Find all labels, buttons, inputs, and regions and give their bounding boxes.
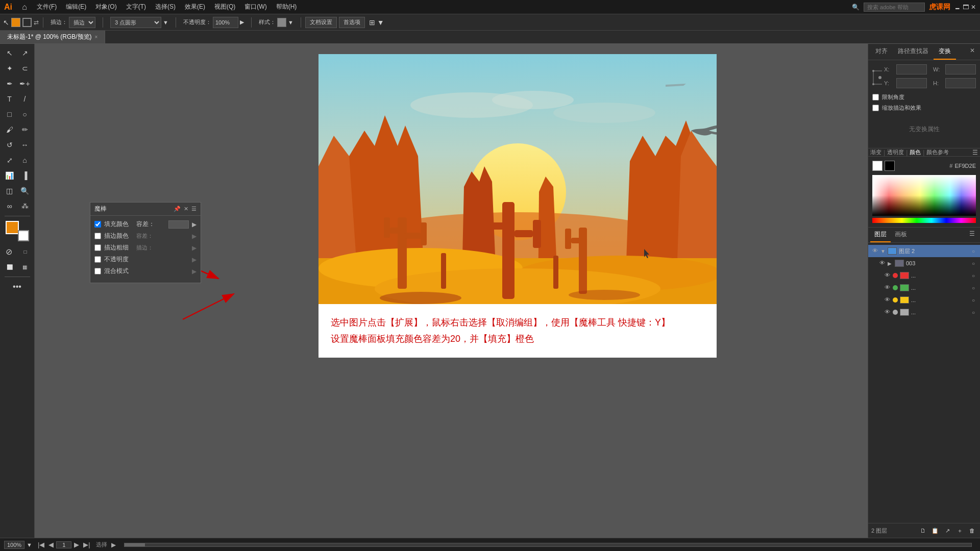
tab-transform[interactable]: 变换 — [934, 44, 956, 60]
canvas-area[interactable]: 魔棒 📌 ✕ ☰ 填充颜色 容差： 20 ▶ — [35, 44, 868, 538]
page-input[interactable] — [56, 541, 71, 548]
layer-eye-icon[interactable]: 👁 — [884, 309, 891, 316]
desert-canvas[interactable] — [318, 54, 717, 304]
color-section-menu-btn[interactable]: ☰ — [972, 149, 978, 156]
black-swatch[interactable] — [885, 161, 895, 171]
rotate-tool[interactable]: ↺ — [3, 138, 17, 152]
tab-close-btn[interactable]: × — [95, 34, 98, 40]
tab-color-ref[interactable]: 颜色参考 — [926, 148, 949, 156]
new-layer-from-selection-btn[interactable]: 🗋 — [918, 525, 928, 536]
layer-vis-btn[interactable]: ○ — [972, 248, 977, 254]
selection-tool[interactable]: ↖ — [3, 46, 17, 60]
layer-vis-btn[interactable]: ○ — [972, 273, 977, 278]
zoom-input[interactable]: 100% — [4, 541, 24, 549]
fill-color-checkbox[interactable] — [94, 221, 101, 228]
panel-close-btn[interactable]: ✕ — [184, 206, 188, 212]
fullscreen-btn[interactable]: ▦ — [18, 260, 32, 274]
style-dropdown-icon[interactable]: ▼ — [288, 19, 293, 26]
brush-tool[interactable]: 🖌 — [3, 122, 17, 137]
minimize-btn[interactable]: 🗕 — [954, 4, 961, 11]
direct-selection-tool[interactable]: ↗ — [18, 46, 32, 60]
layer-vis-btn[interactable]: ○ — [972, 261, 977, 266]
blend-mode-selector[interactable]: 插边： 插边 — [47, 16, 99, 29]
close-btn[interactable]: ✕ — [971, 4, 976, 11]
y-input[interactable] — [896, 78, 927, 88]
right-panel-close-btn[interactable]: ✕ — [967, 44, 978, 60]
opacity-expand[interactable]: ▶ — [192, 256, 197, 263]
white-swatch[interactable] — [872, 161, 883, 171]
stroke-color-swatch[interactable] — [22, 18, 32, 27]
layer-item[interactable]: 👁 ... ○ — [868, 282, 980, 294]
opacity-more-icon[interactable]: ▶ — [240, 19, 244, 26]
horizontal-scrollbar[interactable] — [124, 543, 972, 547]
brush-selector[interactable]: 3 点圆形 ▼ — [107, 16, 172, 29]
arrange-icon[interactable]: ⊞ ▼ — [369, 18, 384, 27]
layer-eye-icon[interactable]: 👁 — [884, 296, 891, 304]
foreground-color[interactable] — [6, 221, 19, 234]
tab-artboards[interactable]: 画板 — [891, 228, 911, 242]
symbol-tool[interactable]: ⁂ — [18, 199, 32, 213]
scrollbar-thumb[interactable] — [125, 543, 145, 546]
doc-settings-btn[interactable]: 文档设置 — [305, 17, 337, 28]
menu-file[interactable]: 文件(F) — [33, 2, 61, 12]
menu-select[interactable]: 选择(S) — [151, 2, 180, 12]
blend-mode-checkbox[interactable] — [94, 268, 101, 274]
magic-wand-tool[interactable]: ✦ — [3, 61, 17, 76]
maximize-btn[interactable]: 🗖 — [963, 4, 969, 11]
menu-view[interactable]: 视图(Q) — [210, 2, 239, 12]
w-input[interactable] — [945, 64, 976, 74]
brush-select[interactable]: 3 点圆形 — [110, 17, 161, 28]
first-option-btn[interactable]: 首选项 — [339, 17, 365, 28]
stroke-tolerance-expand[interactable]: ▶ — [192, 233, 197, 240]
fill-tolerance-input[interactable]: 20 — [168, 220, 189, 229]
status-play-btn[interactable]: ▶ — [111, 541, 116, 548]
text-tool[interactable]: T — [3, 92, 17, 106]
pen-tool[interactable]: ✒ — [3, 77, 17, 91]
layer-eye-icon[interactable]: 👁 — [878, 260, 886, 267]
bar-chart-tool[interactable]: ▐ — [18, 168, 32, 183]
menu-object[interactable]: 对象(O) — [91, 2, 120, 12]
pencil-tool[interactable]: ✏ — [18, 122, 32, 137]
tab-pathfinder[interactable]: 路径查找器 — [893, 44, 934, 60]
color-hue-bar[interactable] — [872, 218, 976, 223]
stroke-width-checkbox[interactable] — [94, 244, 101, 251]
gradient-tool[interactable]: ◫ — [3, 184, 17, 198]
corner-checkbox[interactable] — [872, 94, 879, 101]
menu-help[interactable]: 帮助(H) — [272, 2, 301, 12]
background-color[interactable] — [18, 230, 29, 241]
search-input[interactable] — [864, 3, 925, 12]
prev-page-btn[interactable]: ◀ — [47, 541, 55, 548]
fill-color-swatch[interactable] — [11, 18, 20, 27]
line-tool[interactable]: / — [18, 92, 32, 106]
fill-tolerance-expand[interactable]: ▶ — [192, 221, 197, 228]
create-new-layer-btn[interactable]: ＋ — [954, 525, 965, 536]
layer-vis-btn[interactable]: ○ — [972, 285, 977, 290]
color-mode-btn[interactable]: □ — [18, 244, 33, 259]
ellipse-tool[interactable]: ○ — [18, 107, 32, 121]
no-paint-btn[interactable]: ⊘ — [2, 244, 16, 259]
stroke-swap-icon[interactable]: ⇄ — [34, 19, 39, 26]
delete-layer-btn[interactable]: 🗑 — [967, 525, 977, 536]
eyedropper-tool[interactable]: 🔍 — [18, 184, 32, 198]
layer-vis-btn[interactable]: ○ — [972, 297, 977, 303]
screen-mode-btn[interactable]: ⬜ — [3, 260, 17, 274]
rect-tool[interactable]: □ — [3, 107, 17, 121]
graph-tool[interactable]: 📊 — [3, 168, 17, 183]
style-swatch[interactable] — [277, 18, 286, 27]
panel-pin-btn[interactable]: 📌 — [174, 206, 181, 212]
select-arrow-icon[interactable]: ↖ — [3, 18, 9, 27]
lasso-tool[interactable]: ⊂ — [18, 61, 32, 76]
move-to-layer-btn[interactable]: ↗ — [942, 525, 952, 536]
next-page-btn[interactable]: ▶ — [72, 541, 81, 548]
blend-mode-expand[interactable]: ▶ — [192, 268, 197, 275]
menu-text[interactable]: 文字(T) — [122, 2, 150, 12]
layer-item[interactable]: 👁 ... ○ — [868, 306, 980, 318]
layer-item[interactable]: 👁 ... ○ — [868, 269, 980, 282]
more-tools-btn[interactable]: ••• — [10, 280, 24, 294]
tab-layers[interactable]: 图层 — [870, 228, 891, 242]
h-input[interactable] — [945, 78, 976, 88]
opacity-input[interactable] — [213, 17, 238, 28]
scale-checkbox[interactable] — [872, 105, 879, 111]
layer-item[interactable]: 👁 ▼ 图层 2 ○ — [868, 245, 980, 257]
layer-expand-icon[interactable]: ▶ — [888, 261, 893, 266]
